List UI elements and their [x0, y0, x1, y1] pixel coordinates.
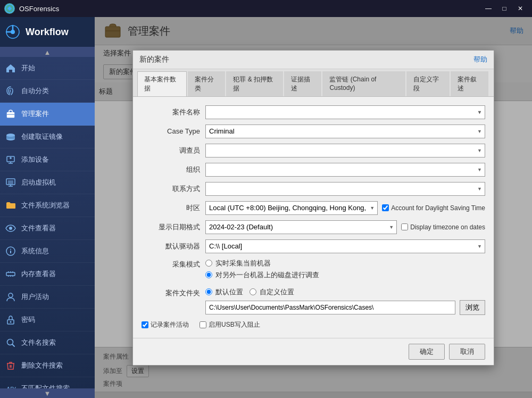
- form-row-date-format: 显示日期格式 2024-02-23 (Default): [142, 220, 485, 234]
- default-drive-select[interactable]: C:\\ [Local]: [205, 239, 485, 253]
- form-row-timezone: 时区 Local (UTC +8:00) Beijing, Chongqing,…: [142, 201, 485, 215]
- form-row-contact: 联系方式: [142, 182, 485, 196]
- svg-rect-14: [8, 180, 13, 184]
- org-wrapper: [205, 163, 485, 177]
- memory-icon: [4, 268, 17, 280]
- sidebar-title: Workflow: [26, 27, 69, 38]
- folder-custom-radio[interactable]: [250, 288, 256, 295]
- sidebar-item-unmatch-search[interactable]: ABC 不匹配文件搜索: [0, 377, 95, 388]
- timezone-select[interactable]: Local (UTC +8:00) Beijing, Chongqing, Ho…: [205, 201, 378, 215]
- close-button[interactable]: ✕: [513, 3, 528, 14]
- daylight-saving-label[interactable]: Account for Daylight Saving Time: [382, 204, 485, 212]
- case-folder-label: 案件文件夹: [142, 287, 205, 298]
- delete-icon: [4, 359, 17, 372]
- dialog-footer: 确定 取消: [133, 338, 494, 365]
- sidebar-items-list: 开始 自动分类: [0, 57, 95, 388]
- collect-current-option[interactable]: 实时采集当前机器: [205, 259, 485, 268]
- daylight-saving-checkbox[interactable]: [382, 204, 389, 211]
- case-type-wrapper: Criminal Civil Other: [205, 125, 485, 138]
- dialog-cancel-button[interactable]: 取消: [449, 344, 485, 360]
- form-row-case-folder: 案件文件夹 默认位置 自定义位置: [142, 287, 485, 315]
- usb-block-checkbox[interactable]: [200, 321, 206, 328]
- abc-icon: ABC: [4, 382, 17, 388]
- svg-point-2: [11, 30, 15, 34]
- tab-classify[interactable]: 案件分类: [188, 71, 226, 96]
- sidebar-scroll-up[interactable]: ▲: [0, 47, 95, 57]
- sidebar-item-auto-classify[interactable]: 自动分类: [0, 80, 95, 103]
- sidebar-item-add-device[interactable]: 添加设备: [0, 148, 95, 171]
- dialog-titlebar: 新的案件 帮助: [133, 51, 494, 69]
- case-name-input[interactable]: [205, 105, 485, 119]
- org-select[interactable]: [205, 163, 485, 177]
- tab-custom[interactable]: 自定义字段: [406, 71, 450, 96]
- maximize-button[interactable]: □: [497, 3, 512, 14]
- title-bar: OSForensics — □ ✕: [0, 0, 532, 17]
- tab-chain[interactable]: 监管链 (Chain of Custody): [322, 71, 405, 96]
- sidebar-item-user-activity-label: 用户活动: [21, 292, 49, 302]
- search-icon: [4, 336, 17, 349]
- org-label: 组织: [142, 165, 205, 175]
- sidebar-item-file-viewer-label: 文件查看器: [21, 223, 56, 233]
- collect-other-option[interactable]: 对另外一台机器上的磁盘进行调查: [205, 270, 485, 280]
- sidebar-item-fs-browser[interactable]: 文件系统浏览器: [0, 194, 95, 217]
- sidebar-item-start-vm[interactable]: 启动虚拟机: [0, 171, 95, 194]
- timezone-label: 时区: [142, 203, 205, 213]
- dialog-help-button[interactable]: 帮助: [473, 55, 487, 64]
- timezone-controls: Local (UTC +8:00) Beijing, Chongqing, Ho…: [205, 201, 485, 215]
- collect-other-radio[interactable]: [205, 271, 212, 278]
- sidebar-item-memory-viewer[interactable]: 内存查看器: [0, 263, 95, 286]
- svg-point-28: [9, 293, 13, 297]
- form-row-collect-mode: 采集模式 实时采集当前机器 对另外一台机器上的磁盘进行调查: [142, 259, 485, 282]
- window-controls: — □ ✕: [481, 3, 528, 14]
- sidebar-item-manage-case[interactable]: 管理案件: [0, 103, 95, 126]
- form-row-org: 组织: [142, 163, 485, 177]
- case-type-select[interactable]: Criminal Civil Other: [205, 125, 485, 138]
- browse-button[interactable]: 浏览: [460, 300, 485, 315]
- tab-basic[interactable]: 基本案件数据: [137, 71, 187, 96]
- svg-point-17: [9, 227, 12, 230]
- sidebar-item-sys-info-label: 系统信息: [21, 246, 49, 256]
- tab-crime[interactable]: 犯罪 & 扣押数据: [226, 71, 282, 96]
- contact-label: 联系方式: [142, 184, 205, 194]
- dialog-title: 新的案件: [139, 55, 169, 64]
- user-icon: [4, 291, 17, 303]
- log-activity-option[interactable]: 记录案件活动: [142, 320, 189, 329]
- form-row-default-drive: 默认驱动器 C:\\ [Local]: [142, 239, 485, 253]
- folder-custom-option[interactable]: 自定义位置: [250, 287, 294, 297]
- display-tz-label[interactable]: Display timezone on dates: [401, 223, 485, 231]
- sidebar-item-password[interactable]: 密码: [0, 309, 95, 331]
- default-drive-label: 默认驱动器: [142, 242, 205, 251]
- contact-wrapper: [205, 182, 485, 196]
- sidebar-item-deleted-search[interactable]: 删除文件搜索: [0, 354, 95, 377]
- collect-mode-options: 实时采集当前机器 对另外一台机器上的磁盘进行调查: [205, 259, 485, 282]
- sidebar-item-sys-info[interactable]: 系统信息: [0, 240, 95, 263]
- contact-select[interactable]: [205, 182, 485, 196]
- folder-default-radio[interactable]: [205, 288, 212, 295]
- sidebar-logo: [4, 23, 21, 40]
- folder-default-option[interactable]: 默认位置: [205, 287, 243, 297]
- dialog-ok-button[interactable]: 确定: [409, 344, 445, 360]
- info-icon: [4, 245, 17, 258]
- log-activity-checkbox[interactable]: [142, 321, 148, 328]
- sidebar-item-filename-search[interactable]: 文件名搜索: [0, 331, 95, 354]
- case-folder-path-input[interactable]: [205, 301, 455, 314]
- sidebar-item-create-image[interactable]: 创建取证镜像: [0, 126, 95, 148]
- collect-current-radio[interactable]: [205, 260, 212, 267]
- sidebar-item-unmatch-search-label: 不匹配文件搜索: [21, 384, 70, 388]
- investigator-select[interactable]: [205, 144, 485, 157]
- minimize-button[interactable]: —: [481, 3, 496, 14]
- sidebar-item-user-activity[interactable]: 用户活动: [0, 286, 95, 309]
- sidebar-item-start[interactable]: 开始: [0, 57, 95, 80]
- sidebar-scroll-down[interactable]: ▼: [0, 388, 95, 398]
- usb-block-option[interactable]: 启用USB写入阻止: [200, 320, 260, 329]
- tab-evidence[interactable]: 证据描述: [284, 71, 322, 96]
- sidebar-item-filename-search-label: 文件名搜索: [21, 338, 56, 347]
- display-tz-checkbox[interactable]: [401, 223, 408, 230]
- case-folder-controls: 默认位置 自定义位置 浏览: [205, 287, 485, 315]
- dialog-overlay: 新的案件 帮助 基本案件数据 案件分类 犯罪 & 扣押数据 证据描述 监管链 (…: [95, 17, 532, 398]
- date-format-select[interactable]: 2024-02-23 (Default): [205, 220, 397, 234]
- sidebar-item-add-device-label: 添加设备: [21, 155, 49, 164]
- sidebar-item-file-viewer[interactable]: 文件查看器: [0, 217, 95, 240]
- house-icon: [4, 62, 17, 74]
- tab-description[interactable]: 案件叙述: [451, 71, 488, 96]
